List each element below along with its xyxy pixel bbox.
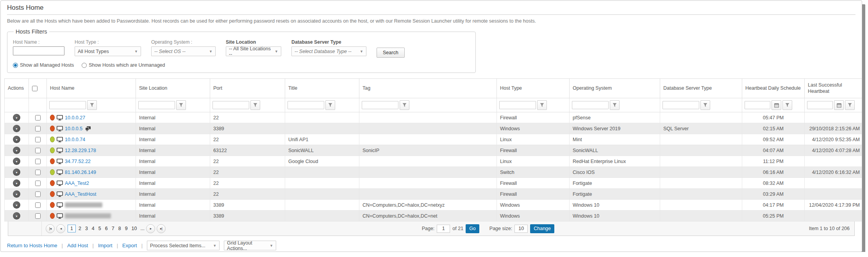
filter-funnel-icon[interactable] [537,100,547,110]
page-number[interactable]: 5 [96,225,103,232]
column-header-last-heartbeat[interactable]: Last Successful Heartbeat [805,79,863,98]
column-header-database-server-type[interactable]: Database Server Type [660,79,742,98]
filter-funnel-icon[interactable] [176,100,186,110]
database-type-select[interactable]: -- Select Database Type -- ▼ [291,46,366,56]
site-location-cell: Internal [136,178,210,189]
title-cell [285,200,359,211]
filter-funnel-icon[interactable] [400,100,409,110]
add-host-link[interactable]: Add Host [67,243,88,248]
search-button[interactable]: Search [377,48,405,58]
row-actions-button[interactable]: ▼ [13,168,20,176]
column-filter-input[interactable] [288,101,324,109]
column-header-site-location[interactable]: Site Location [136,79,210,98]
go-button[interactable]: Go [466,224,479,233]
page-number[interactable]: 9 [123,225,130,232]
page-number[interactable]: 2 [77,225,83,232]
column-filter-input[interactable] [745,101,770,109]
row-actions-button[interactable]: ▼ [13,190,20,198]
column-header-heartbeat-schedule[interactable]: Heartbeat Daily Schedule [742,79,805,98]
filter-funnel-icon[interactable] [845,100,855,110]
row-checkbox[interactable] [35,126,41,131]
row-checkbox[interactable] [35,191,41,197]
filter-funnel-icon[interactable] [87,100,97,110]
row-actions-button[interactable]: ▼ [13,136,20,143]
column-filter-input[interactable] [572,101,609,109]
last-page-button[interactable]: ▸| [157,224,166,233]
row-checkbox[interactable] [35,181,41,186]
first-page-button[interactable]: |◂ [46,224,55,233]
filter-funnel-icon[interactable] [250,100,260,110]
page-number[interactable]: 8 [116,225,123,232]
row-checkbox[interactable] [35,148,41,153]
row-checkbox[interactable] [35,137,41,142]
host-name-link[interactable]: 81.140.26.149 [65,170,96,175]
host-type-cell: Firewall [497,145,570,156]
column-filter-input[interactable] [663,101,699,109]
operating-system-cell: Windows 10 [570,200,660,211]
row-actions-button[interactable]: ▼ [13,147,20,154]
export-link[interactable]: Export [122,243,137,248]
page-number-input[interactable] [437,225,450,233]
page-size-input[interactable] [514,225,528,233]
page-number[interactable]: 6 [103,225,110,232]
row-checkbox[interactable] [35,202,41,208]
row-actions-button[interactable]: ▼ [13,125,20,132]
next-page-button[interactable]: ▸ [146,224,155,233]
select-all-checkbox[interactable] [32,86,38,91]
process-selected-items-select[interactable]: Process Selected Items... ▼ [147,241,220,250]
host-name-link[interactable]: AAA_TestHost [65,191,96,197]
column-header-host-type[interactable]: Host Type [497,79,570,98]
page-number[interactable]: 10 [130,225,139,232]
page-number[interactable]: 4 [90,225,96,232]
host-name-link[interactable]: 10.0.0.27 [65,115,85,121]
column-filter-input[interactable] [213,101,249,109]
column-header-tag[interactable]: Tag [359,79,497,98]
host-name-link[interactable]: AAA_Test2 [65,181,89,186]
column-filter-input[interactable] [499,101,536,109]
column-filter-input[interactable] [362,101,398,109]
column-header-host-name[interactable]: Host Name [47,79,136,98]
operating-system-select[interactable]: -- Select OS -- ▼ [151,46,216,56]
page-number[interactable]: 3 [83,225,90,232]
row-checkbox[interactable] [35,115,41,121]
column-filter-input[interactable] [807,101,833,109]
host-type-select[interactable]: All Host Types ▼ [75,46,141,56]
filter-funnel-icon[interactable] [610,100,620,110]
host-name-link[interactable]: 10.0.0.5 [65,126,82,131]
host-name-link[interactable]: 12.28.229.178 [65,148,96,153]
port-cell: 3389 [210,211,285,222]
table-row: ▼ 81.140.26.149 Internal 22 Switch Cisco… [5,167,863,178]
row-actions-button[interactable]: ▼ [13,201,20,209]
row-actions-button[interactable]: ▼ [13,158,20,165]
column-filter-input[interactable] [138,101,175,109]
previous-page-button[interactable]: ◂ [56,224,65,233]
host-name-input[interactable] [13,46,64,55]
row-checkbox[interactable] [35,213,41,219]
return-to-hosts-home-link[interactable]: Return to Hosts Home [7,243,57,248]
filter-funnel-icon[interactable] [782,100,792,110]
page-number[interactable]: 7 [110,225,116,232]
filter-funnel-icon[interactable] [325,100,335,110]
row-actions-button[interactable]: ▼ [13,212,20,220]
site-location-select[interactable]: -- All Site Locations -- ▼ [226,46,281,56]
column-filter-input[interactable] [49,101,86,109]
import-link[interactable]: Import [98,243,113,248]
calendar-icon[interactable] [772,100,781,110]
filter-funnel-icon[interactable] [700,100,710,110]
row-checkbox[interactable] [35,170,41,175]
change-page-size-button[interactable]: Change [530,224,554,233]
host-name-link[interactable]: 34.77.52.22 [65,159,91,164]
row-actions-button[interactable]: ▼ [13,179,20,187]
column-header-operating-system[interactable]: Operating System [570,79,660,98]
row-actions-button[interactable]: ▼ [13,114,20,121]
calendar-icon[interactable] [834,100,844,110]
radio-show-managed-hosts[interactable]: Show all Managed Hosts [13,62,74,68]
radio-show-unmanaged-hosts[interactable]: Show Hosts which are Unmanaged [82,62,165,68]
grid-body: ▼ 10.0.0.27 Internal 22 Firewall pfSense… [5,112,863,222]
column-header-title[interactable]: Title [285,79,359,98]
current-page-number[interactable]: 1 [68,225,76,232]
column-header-port[interactable]: Port [210,79,285,98]
host-name-link[interactable]: 10.0.0.74 [65,137,85,142]
row-checkbox[interactable] [35,159,41,164]
grid-layout-actions-select[interactable]: Grid Layout Actions... ▼ [224,241,276,250]
